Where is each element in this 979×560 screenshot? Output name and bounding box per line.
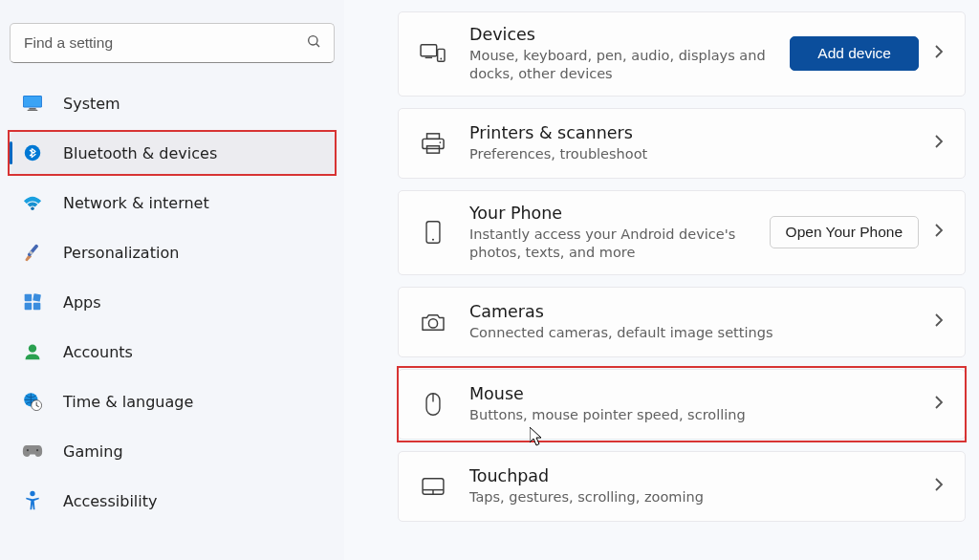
svg-rect-13 [33, 303, 41, 311]
svg-rect-11 [33, 293, 41, 302]
card-text: DevicesMouse, keyboard, pen, audio, disp… [469, 24, 790, 84]
svg-point-19 [30, 491, 34, 496]
globe-clock-icon [21, 390, 44, 413]
card-title: Mouse [469, 383, 934, 405]
search-container [10, 23, 335, 63]
sidebar-item-accessibility[interactable]: Accessibility [10, 480, 335, 522]
person-icon [21, 340, 44, 363]
sidebar-item-time-language[interactable]: Time & language [10, 380, 335, 422]
svg-rect-20 [421, 45, 437, 56]
svg-point-17 [27, 449, 29, 451]
svg-point-23 [440, 58, 442, 60]
bluetooth-icon [21, 141, 44, 164]
sidebar-item-label: Accessibility [63, 492, 157, 510]
svg-rect-5 [28, 110, 38, 111]
card-title: Touchpad [469, 465, 934, 487]
svg-rect-10 [25, 294, 33, 302]
card-text: TouchpadTaps, gestures, scrolling, zoomi… [469, 465, 934, 506]
sidebar-item-label: Accounts [63, 343, 133, 361]
mouse-icon [420, 391, 446, 418]
card-subtitle: Instantly access your Android device's p… [469, 226, 770, 263]
chevron-right-icon [934, 395, 944, 414]
content-area: DevicesMouse, keyboard, pen, audio, disp… [344, 0, 979, 560]
svg-rect-3 [24, 97, 41, 107]
sidebar-item-bluetooth[interactable]: Bluetooth & devices [10, 132, 335, 174]
card-subtitle: Connected cameras, default image setting… [469, 324, 934, 343]
svg-point-18 [36, 449, 38, 451]
sidebar-item-label: Time & language [63, 393, 193, 411]
sidebar-item-label: Gaming [63, 442, 123, 461]
card-title: Cameras [469, 301, 934, 323]
setting-card-printers[interactable]: Printers & scannersPreferences, troubles… [398, 108, 966, 179]
card-subtitle: Mouse, keyboard, pen, audio, displays an… [469, 47, 790, 84]
svg-rect-24 [427, 134, 440, 140]
gamepad-icon [21, 440, 44, 463]
card-title: Devices [469, 24, 790, 46]
sidebar-item-system[interactable]: System [10, 82, 335, 124]
sidebar-item-apps[interactable]: Apps [10, 281, 335, 323]
card-subtitle: Preferences, troubleshoot [469, 145, 934, 164]
svg-rect-26 [427, 146, 440, 153]
svg-point-14 [29, 345, 36, 353]
phone-button[interactable]: Open Your Phone [770, 216, 919, 248]
devices-button[interactable]: Add device [790, 36, 919, 71]
setting-card-phone[interactable]: Your PhoneInstantly access your Android … [398, 190, 966, 275]
chevron-right-icon [934, 312, 944, 332]
chevron-right-icon [934, 223, 944, 242]
sidebar-item-label: Apps [63, 293, 101, 312]
sidebar-item-label: Personalization [63, 244, 179, 262]
brush-icon [21, 241, 44, 264]
card-title: Your Phone [469, 203, 770, 225]
svg-line-1 [316, 44, 319, 47]
chevron-right-icon [934, 477, 944, 496]
card-text: Printers & scannersPreferences, troubles… [469, 122, 934, 163]
printer-icon [420, 130, 446, 157]
chevron-right-icon [934, 134, 944, 153]
setting-card-touchpad[interactable]: TouchpadTaps, gestures, scrolling, zoomi… [398, 451, 966, 522]
card-text: MouseButtons, mouse pointer speed, scrol… [469, 383, 934, 424]
sidebar-item-accounts[interactable]: Accounts [10, 331, 335, 373]
devices-icon [420, 40, 446, 67]
svg-rect-21 [425, 57, 432, 58]
sidebar: SystemBluetooth & devicesNetwork & inter… [0, 0, 344, 560]
monitor-icon [21, 92, 44, 115]
svg-point-7 [31, 207, 34, 211]
svg-rect-4 [29, 108, 35, 110]
touchpad-icon [420, 473, 446, 500]
accessibility-icon [21, 489, 44, 512]
apps-icon [21, 291, 44, 313]
card-text: CamerasConnected cameras, default image … [469, 301, 934, 342]
sidebar-item-label: Bluetooth & devices [63, 144, 217, 162]
card-text: Your PhoneInstantly access your Android … [469, 203, 770, 263]
search-icon [306, 33, 321, 53]
sidebar-item-network[interactable]: Network & internet [10, 182, 335, 224]
chevron-right-icon [934, 44, 944, 63]
svg-point-29 [432, 239, 434, 241]
wifi-icon [21, 191, 44, 214]
svg-rect-8 [27, 244, 38, 257]
svg-point-0 [309, 36, 317, 45]
nav-list: SystemBluetooth & devicesNetwork & inter… [10, 82, 335, 522]
sidebar-item-label: System [63, 95, 120, 113]
setting-card-mouse[interactable]: MouseButtons, mouse pointer speed, scrol… [398, 369, 966, 440]
sidebar-item-label: Network & internet [63, 194, 209, 212]
sidebar-item-gaming[interactable]: Gaming [10, 430, 335, 472]
svg-point-27 [439, 141, 441, 143]
svg-point-30 [428, 319, 437, 328]
svg-rect-12 [25, 303, 33, 311]
camera-icon [420, 309, 446, 335]
setting-card-cameras[interactable]: CamerasConnected cameras, default image … [398, 287, 966, 357]
search-input[interactable] [10, 23, 335, 63]
card-subtitle: Buttons, mouse pointer speed, scrolling [469, 406, 934, 425]
card-title: Printers & scanners [469, 122, 934, 144]
card-subtitle: Taps, gestures, scrolling, zooming [469, 488, 934, 507]
setting-card-devices[interactable]: DevicesMouse, keyboard, pen, audio, disp… [398, 11, 966, 97]
phone-icon [420, 219, 446, 246]
sidebar-item-personalization[interactable]: Personalization [10, 231, 335, 273]
svg-rect-25 [423, 139, 444, 148]
